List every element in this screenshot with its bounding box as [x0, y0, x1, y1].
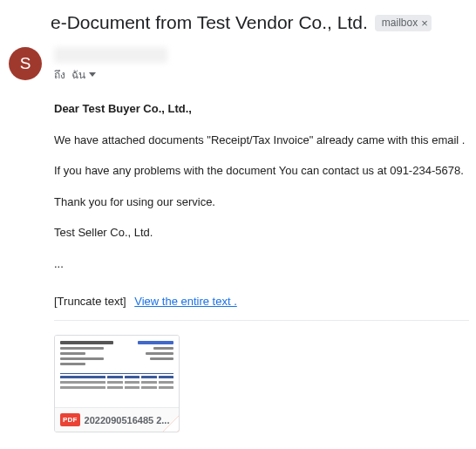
- greeting-line: Dear Test Buyer Co., Ltd.,: [54, 100, 469, 118]
- to-prefix: ถึง: [54, 66, 65, 83]
- view-entire-text-link[interactable]: View the entire text .: [134, 295, 237, 308]
- attachment-card[interactable]: PDF 2022090516485 2...: [54, 335, 180, 432]
- body-paragraph-2: If you have any problems with the docume…: [54, 162, 469, 180]
- sender-avatar[interactable]: S: [9, 47, 42, 80]
- email-subject: e-Document from Test Vendor Co., Ltd.: [51, 12, 368, 33]
- recipient-dropdown[interactable]: ถึง ฉัน: [54, 66, 462, 83]
- truncate-label: [Truncate text]: [54, 295, 126, 308]
- fold-corner-accent: [163, 416, 179, 432]
- avatar-initial: S: [20, 54, 31, 73]
- pdf-icon: PDF: [60, 413, 80, 426]
- body-paragraph-1: We have attached documents "Receipt/Tax …: [54, 132, 469, 149]
- email-body: Dear Test Buyer Co., Ltd., We have attac…: [0, 83, 476, 295]
- attachment-filename: 2022090516485 2...: [85, 415, 173, 425]
- attachments-section: PDF 2022090516485 2...: [54, 320, 469, 432]
- body-ellipsis: ...: [54, 255, 469, 273]
- body-paragraph-3: Thank you for using our service.: [54, 194, 469, 211]
- sender-name-redacted: [54, 47, 167, 63]
- chevron-down-icon: [89, 72, 96, 77]
- body-paragraph-4: Test Seller Co., Ltd.: [54, 224, 469, 242]
- label-text: mailbox: [382, 17, 418, 29]
- to-recipient: ฉัน: [71, 66, 85, 83]
- attachment-preview: [55, 336, 179, 407]
- mailbox-label-chip[interactable]: mailbox ×: [375, 15, 432, 31]
- remove-label-icon[interactable]: ×: [421, 17, 428, 30]
